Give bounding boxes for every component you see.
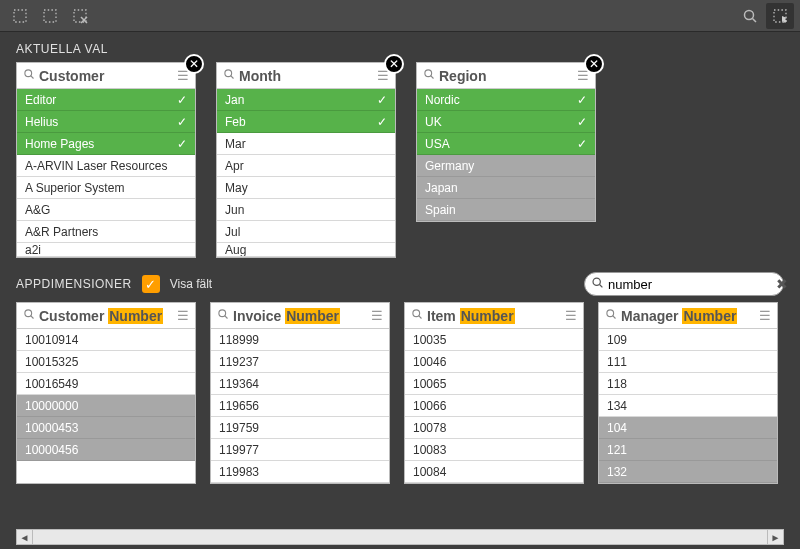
list-item[interactable]: 119656 [211,395,389,417]
svg-line-14 [431,76,434,79]
list-item[interactable]: Nordic✓ [417,89,595,111]
list-item[interactable]: 119759 [211,417,389,439]
check-icon: ✓ [577,115,587,129]
list-item[interactable]: Jul [217,221,395,243]
panel-header[interactable]: Region☰ [417,63,595,89]
list-item[interactable]: UK✓ [417,111,595,133]
list-item[interactable]: Spain [417,199,595,221]
svg-line-16 [600,285,603,288]
check-icon: ✓ [577,93,587,107]
dimension-panel: Item Number☰1003510046100651006610078100… [404,302,584,484]
close-icon[interactable]: ✕ [584,54,604,74]
scroll-left-arrow[interactable]: ◄ [17,530,33,544]
show-fields-label: Visa fält [170,277,212,291]
close-icon[interactable]: ✕ [384,54,404,74]
list-item[interactable]: 10078 [405,417,583,439]
list-item[interactable]: 10084 [405,461,583,483]
list-item[interactable]: 118999 [211,329,389,351]
horizontal-scrollbar[interactable]: ◄ ► [16,529,784,545]
selection-back-icon[interactable] [6,3,34,29]
selections-tool-icon[interactable] [766,3,794,29]
svg-line-24 [613,316,616,319]
list-item[interactable]: A Superior System [17,177,195,199]
list-item[interactable]: Apr [217,155,395,177]
list-item[interactable]: 10000000 [17,395,195,417]
list-item[interactable]: Feb✓ [217,111,395,133]
check-icon: ✓ [377,93,387,107]
panel-header[interactable]: Customer☰ [17,63,195,89]
list-item[interactable]: 10066 [405,395,583,417]
list-item[interactable]: 119364 [211,373,389,395]
panel-header[interactable]: Month☰ [217,63,395,89]
svg-point-23 [607,310,614,317]
panel-menu-icon[interactable]: ☰ [759,308,771,323]
dimension-panel: Invoice Number☰1189991192371193641196561… [210,302,390,484]
list-item[interactable]: Helius✓ [17,111,195,133]
list-item[interactable]: 10065 [405,373,583,395]
dimension-search-input[interactable] [608,277,776,292]
panel-title: Month [239,68,373,84]
list-item[interactable]: Mar [217,133,395,155]
show-fields-checkbox[interactable]: ✓ [142,275,160,293]
list-item[interactable]: 119983 [211,461,389,483]
list-item[interactable]: 10016549 [17,373,195,395]
list-item[interactable]: 134 [599,395,777,417]
dimension-search[interactable]: ✖ [584,272,784,296]
list-item[interactable]: 10083 [405,439,583,461]
list-item[interactable]: May [217,177,395,199]
selection-clear-icon[interactable] [66,3,94,29]
list-item[interactable]: Jun [217,199,395,221]
panel-title: Manager Number [621,308,755,324]
list-item[interactable]: 132 [599,461,777,483]
close-icon[interactable]: ✕ [184,54,204,74]
svg-line-22 [419,316,422,319]
list-item[interactable]: 118 [599,373,777,395]
list-item[interactable]: Editor✓ [17,89,195,111]
list-item[interactable]: 10046 [405,351,583,373]
panel-menu-icon[interactable]: ☰ [177,308,189,323]
panel-title: Invoice Number [233,308,367,324]
list-item[interactable]: 121 [599,439,777,461]
list-item[interactable]: USA✓ [417,133,595,155]
panel-header[interactable]: Invoice Number☰ [211,303,389,329]
list-item[interactable]: Japan [417,177,595,199]
list-item[interactable]: 10015325 [17,351,195,373]
list-item[interactable]: 119237 [211,351,389,373]
list-item[interactable]: 10000456 [17,439,195,461]
list-item[interactable]: 111 [599,351,777,373]
panel-title: Item Number [427,308,561,324]
list-item[interactable]: 10000453 [17,417,195,439]
svg-point-13 [425,70,432,77]
panel-header[interactable]: Manager Number☰ [599,303,777,329]
list-item[interactable]: a2i [17,243,195,257]
list-item[interactable]: Home Pages✓ [17,133,195,155]
svg-point-21 [413,310,420,317]
list-item[interactable]: 119977 [211,439,389,461]
list-item[interactable]: A&G [17,199,195,221]
panel-header[interactable]: Customer Number☰ [17,303,195,329]
selection-panel: ✕Region☰Nordic✓UK✓USA✓GermanyJapanSpain [416,62,596,258]
clear-search-icon[interactable]: ✖ [776,276,788,292]
list-item[interactable]: Aug [217,243,395,257]
selection-forward-icon[interactable] [36,3,64,29]
global-search-icon[interactable] [736,3,764,29]
panel-menu-icon[interactable]: ☰ [565,308,577,323]
list-item[interactable]: 109 [599,329,777,351]
list-item[interactable]: A-ARVIN Laser Resources [17,155,195,177]
top-toolbar [0,0,800,32]
list-item[interactable]: 10035 [405,329,583,351]
list-item[interactable]: 10010914 [17,329,195,351]
panel-menu-icon[interactable]: ☰ [371,308,383,323]
list-item[interactable]: 104 [599,417,777,439]
panel-title: Customer [39,68,173,84]
list-item[interactable]: A&R Partners [17,221,195,243]
list-item[interactable]: Germany [417,155,595,177]
check-icon: ✓ [177,93,187,107]
svg-rect-0 [14,10,26,22]
panel-header[interactable]: Item Number☰ [405,303,583,329]
scroll-right-arrow[interactable]: ► [767,530,783,544]
svg-line-6 [753,18,757,22]
app-dimensions-heading: APPDIMENSIONER [16,277,132,291]
search-icon [423,68,435,83]
list-item[interactable]: Jan✓ [217,89,395,111]
